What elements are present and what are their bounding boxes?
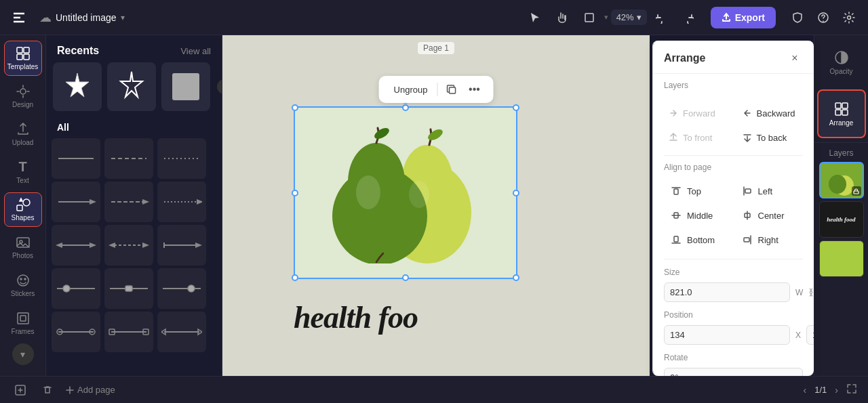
sidebar-item-text[interactable]: T Text xyxy=(4,154,42,190)
ungroup-btn[interactable]: Ungroup xyxy=(389,83,433,97)
sidebar-item-stickers[interactable]: Stickers xyxy=(4,268,42,303)
view-all-link[interactable]: View all xyxy=(180,46,211,56)
shape-dotted-line[interactable] xyxy=(157,138,206,179)
expand-sidebar-btn[interactable]: ▾ xyxy=(12,343,34,365)
left-sidebar: Templates Design Upload T Text Sha xyxy=(0,35,46,376)
position-section: Position X Y xyxy=(653,305,814,347)
backward-btn[interactable]: Backward xyxy=(735,102,806,124)
handle-top-left[interactable] xyxy=(292,104,298,111)
sidebar-item-templates[interactable]: Templates xyxy=(4,41,42,76)
frame-tool-btn[interactable] xyxy=(577,5,601,30)
shape-slider-3[interactable] xyxy=(157,268,206,309)
shape-double-arrow-dashed[interactable] xyxy=(104,225,153,266)
handle-bottom-right[interactable] xyxy=(513,274,519,281)
opacity-label: Opacity xyxy=(830,68,853,75)
shape-slider-1[interactable] xyxy=(52,268,100,309)
fullscreen-btn[interactable] xyxy=(846,383,857,396)
shape-arrow-bar-right[interactable] xyxy=(157,225,206,266)
sidebar-item-frames[interactable]: Frames xyxy=(4,305,42,341)
handle-bottom-left[interactable] xyxy=(292,274,298,281)
recent-thumb-2[interactable] xyxy=(107,62,156,111)
more-btn[interactable]: ••• xyxy=(465,80,484,99)
shape-dashed-line[interactable] xyxy=(104,138,153,179)
add-page-icon-btn[interactable] xyxy=(11,381,30,400)
recent-thumb-3[interactable] xyxy=(161,62,210,111)
to-front-btn[interactable]: To front xyxy=(661,127,732,148)
handle-left-mid[interactable] xyxy=(292,190,298,196)
layer-thumb-2[interactable]: health food xyxy=(819,201,864,238)
shape-arrow-right[interactable] xyxy=(52,182,100,222)
handle-right-mid[interactable] xyxy=(513,190,519,196)
copy-style-btn[interactable] xyxy=(441,80,460,99)
forward-btn[interactable]: Forward xyxy=(661,102,732,124)
handle-bottom-mid[interactable] xyxy=(402,274,409,281)
sidebar-item-shapes[interactable]: Shapes xyxy=(4,192,42,228)
shape-handle-3[interactable] xyxy=(157,312,206,352)
width-label: W xyxy=(795,288,803,297)
settings-icon-btn[interactable] xyxy=(838,7,860,28)
prev-page-btn[interactable]: ‹ xyxy=(804,385,807,396)
shape-arrow-right-dotted[interactable] xyxy=(157,182,206,222)
svg-point-64 xyxy=(409,181,429,208)
shield-icon-btn[interactable] xyxy=(787,7,808,28)
export-button[interactable]: Export xyxy=(711,7,776,28)
canvas-area[interactable]: Page 1 Ungroup ••• xyxy=(222,35,650,376)
sidebar-item-upload[interactable]: Upload xyxy=(4,116,42,152)
app-logo[interactable] xyxy=(8,7,30,28)
shape-slider-2[interactable] xyxy=(104,268,153,309)
shape-double-arrow[interactable] xyxy=(52,225,100,266)
arrange-title: Arrange xyxy=(664,52,705,64)
recent-thumb-1[interactable] xyxy=(53,62,102,111)
shape-handle-1[interactable] xyxy=(52,312,100,352)
hand-tool-btn[interactable] xyxy=(550,5,574,30)
align-middle-btn[interactable]: Middle xyxy=(664,205,732,226)
svg-rect-68 xyxy=(745,189,751,193)
size-link-icon[interactable]: ⛓ xyxy=(808,287,814,298)
arrange-header: Arrange × xyxy=(653,41,814,74)
sidebar-item-photos[interactable]: Photos xyxy=(4,230,42,265)
rotate-input[interactable] xyxy=(664,368,803,376)
handle-top-mid[interactable] xyxy=(402,104,409,111)
title-caret[interactable]: ▾ xyxy=(121,13,125,22)
shape-solid-line[interactable] xyxy=(52,138,100,179)
arrange-tool-btn[interactable]: Arrange xyxy=(817,89,866,138)
align-right-btn[interactable]: Right xyxy=(735,229,804,251)
size-inputs: W ⛓ H xyxy=(664,282,803,302)
to-back-btn[interactable]: To back xyxy=(735,127,806,148)
svg-point-45 xyxy=(188,285,195,292)
select-tool-btn[interactable] xyxy=(523,5,547,30)
redo-btn[interactable] xyxy=(675,5,700,30)
arrange-close-btn[interactable]: × xyxy=(787,50,803,66)
sidebar-item-design[interactable]: Design xyxy=(4,79,42,114)
align-right-label: Right xyxy=(758,235,778,245)
delete-page-btn[interactable] xyxy=(38,381,57,400)
align-left-btn[interactable]: Left xyxy=(735,180,804,202)
align-center-btn[interactable]: Center xyxy=(735,205,804,226)
frame-caret[interactable]: ▾ xyxy=(604,13,608,22)
help-icon-btn[interactable] xyxy=(812,7,834,28)
export-label: Export xyxy=(735,12,765,23)
align-top-btn[interactable]: Top xyxy=(664,180,732,202)
svg-rect-76 xyxy=(744,238,749,242)
size-width-input[interactable] xyxy=(664,282,790,302)
align-bottom-btn[interactable]: Bottom xyxy=(664,229,732,251)
selection-box[interactable] xyxy=(294,106,517,279)
add-page-label: Add page xyxy=(77,385,115,395)
zoom-control[interactable]: 42% ▾ xyxy=(611,9,647,25)
scroll-right-arrow[interactable]: › xyxy=(217,79,222,94)
shape-handle-2[interactable] xyxy=(104,312,153,352)
add-page-btn[interactable]: Add page xyxy=(65,385,115,395)
size-label: Size xyxy=(664,268,803,277)
next-page-btn[interactable]: › xyxy=(835,385,838,396)
shape-arrow-right-dashed[interactable] xyxy=(104,182,153,222)
handle-top-right[interactable] xyxy=(513,104,519,111)
position-y-input[interactable] xyxy=(806,325,814,345)
opacity-tool-btn[interactable]: Opacity xyxy=(817,38,866,87)
layer-thumb-3[interactable] xyxy=(819,240,864,277)
layers-section: Layers xyxy=(653,74,814,102)
undo-btn[interactable] xyxy=(650,5,674,30)
x-label: X xyxy=(795,331,801,340)
layer-thumb-1[interactable] xyxy=(819,162,864,198)
position-x-input[interactable] xyxy=(664,325,790,345)
file-title[interactable]: Untitled image xyxy=(56,12,117,23)
